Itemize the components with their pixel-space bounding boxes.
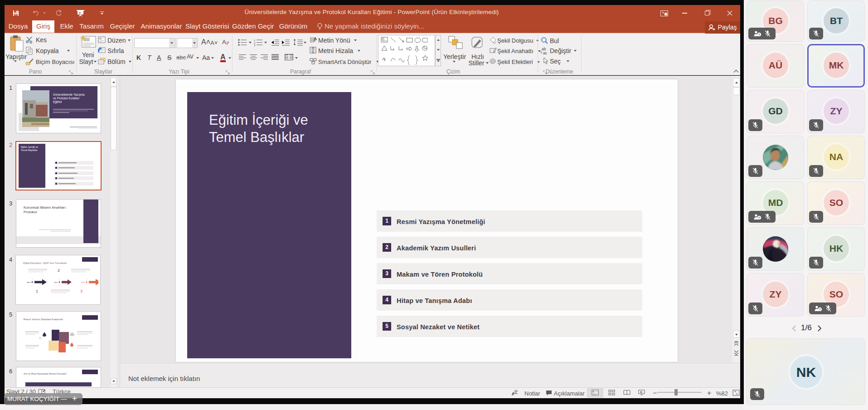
svg-text:?: ?: [758, 33, 760, 36]
svg-text:3: 3: [254, 44, 256, 46]
svg-text:?: ?: [819, 308, 820, 311]
svg-text:»»»: »»»: [54, 281, 58, 283]
svg-text:»»»: »»»: [81, 281, 85, 283]
svg-text:»»»: »»»: [27, 281, 31, 283]
svg-text:A: A: [222, 39, 226, 45]
svg-text:?: ?: [758, 216, 760, 220]
svg-text:ac: ac: [543, 51, 548, 55]
svg-text:A: A: [314, 37, 317, 41]
